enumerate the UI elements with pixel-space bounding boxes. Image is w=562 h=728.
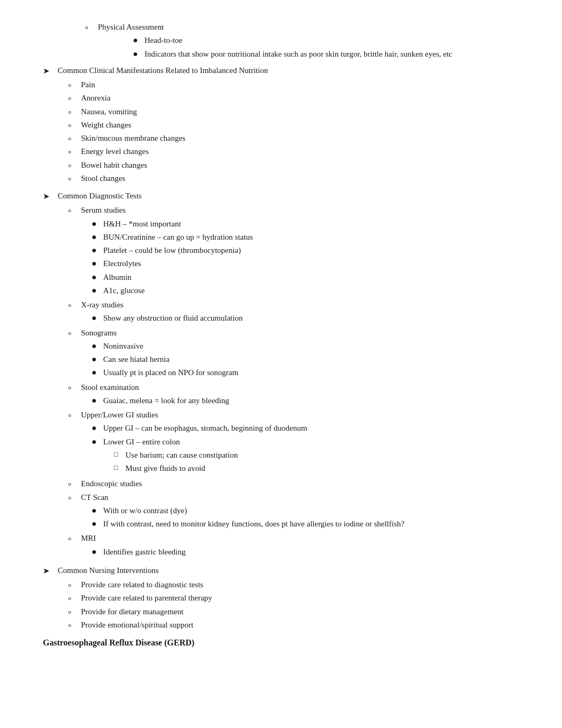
circle-marker: o <box>68 119 81 130</box>
bullet-item-headtotoe: ● Head-to-toe <box>122 34 530 47</box>
xray-content: X-ray studies ● Show any obstruction or … <box>81 299 530 326</box>
section2-content: Common Diagnostic Tests o Serum studies … <box>58 190 530 560</box>
bullet-item: ● Identifies gastric bleeding <box>81 546 530 558</box>
bullet-item-hiatal: ● Can see hiatal hernia <box>81 353 530 366</box>
circle-item-physical: o Physical Assessment <box>75 21 530 33</box>
bullet-marker: ● <box>92 231 103 243</box>
bullet-marker: ● <box>92 244 103 256</box>
physical-assessment-block: o Physical Assessment ● Head-to-toe ● In… <box>43 21 530 60</box>
bullet-text: Guaiac, melena = look for any bleeding <box>103 395 530 407</box>
item-text: Provide for dietary management <box>81 606 530 618</box>
circle-item-xray: o X-ray studies ● Show any obstruction o… <box>58 299 530 326</box>
section2-label: Common Diagnostic Tests <box>58 192 142 200</box>
bullet-text: Platelet – could be low (thrombocytopeni… <box>103 244 530 257</box>
circle-marker: o <box>68 579 81 589</box>
stool-content: Stool examination ● Guaiac, melena = loo… <box>81 381 530 408</box>
item-text: Provide care related to parenteral thera… <box>81 592 530 604</box>
sonograms-content: Sonograms ● Noninvasive ● Can see hiatal… <box>81 327 530 380</box>
circle-item: o Anorexia <box>58 92 530 104</box>
serum-bullets: ● H&H – *most important ● BUN/Creatinine… <box>81 218 530 297</box>
bullet-text: Electrolytes <box>103 258 530 270</box>
bullet-item: ● With or w/o contrast (dye) <box>81 505 530 517</box>
bullet-marker: ● <box>92 353 103 365</box>
circle-marker: o <box>68 159 81 170</box>
serum-content: Serum studies ● H&H – *most important ● … <box>81 204 530 298</box>
square-text: Must give fluids to avoid <box>125 462 530 475</box>
bullet-item-upper-gi: ● Upper GI – can be esophagus, stomach, … <box>81 422 530 434</box>
circle-item: o Stool changes <box>58 172 530 185</box>
bullet-marker: ● <box>92 218 103 230</box>
bullet-item: ● A1c, glucose <box>81 285 530 297</box>
circle-item: o Nausea, vomiting <box>58 106 530 118</box>
xray-label: X-ray studies <box>81 301 123 309</box>
circle-marker: o <box>68 592 81 603</box>
circle-item: o Provide emotional/spiritual support <box>58 619 530 631</box>
circle-item-serum: o Serum studies ● H&H – *most important … <box>58 204 530 298</box>
item-text: Anorexia <box>81 92 530 104</box>
gi-label: Upper/Lower GI studies <box>81 411 158 419</box>
square-item-fluids: □ Must give fluids to avoid <box>103 462 530 475</box>
bullet-marker: ● <box>133 48 144 60</box>
circle-item: o Weight changes <box>58 119 530 131</box>
bullet-item: ● Platelet – could be low (thrombocytope… <box>81 244 530 257</box>
bullet-text: Indicators that show poor nutritional in… <box>144 48 530 60</box>
bullet-text: Head-to-toe <box>144 34 530 47</box>
physical-assessment-bullets: ● Head-to-toe ● Indicators that show poo… <box>75 34 530 60</box>
bullet-marker: ● <box>92 271 103 283</box>
gi-content: Upper/Lower GI studies ● Upper GI – can … <box>81 409 530 477</box>
bullet-text: Albumin <box>103 271 530 284</box>
item-text: Energy level changes <box>81 145 530 158</box>
mri-bullets: ● Identifies gastric bleeding <box>81 546 530 558</box>
circle-marker: o <box>68 532 81 543</box>
item-text: Bowel habit changes <box>81 159 530 171</box>
circle-marker: o <box>68 106 81 116</box>
bullet-text: With or w/o contrast (dye) <box>103 505 530 517</box>
document-container: o Physical Assessment ● Head-to-toe ● In… <box>43 21 530 650</box>
circle-item-stool: o Stool examination ● Guaiac, melena = l… <box>58 381 530 408</box>
bullet-text: Usually pt is placed on NPO for sonogram <box>103 367 530 379</box>
bullet-text: Upper GI – can be esophagus, stomach, be… <box>103 422 530 434</box>
endoscopic-label: Endoscopic studies <box>81 479 142 488</box>
item-text: Nausea, vomiting <box>81 106 530 118</box>
circle-item: o Provide care related to parenteral the… <box>58 592 530 604</box>
item-text: Provide care related to diagnostic tests <box>81 579 530 591</box>
bullet-item: ● Noninvasive <box>81 340 530 352</box>
bullet-item: ● H&H – *most important <box>81 218 530 230</box>
circle-item-mri: o MRI ● Identifies gastric bleeding <box>58 532 530 559</box>
circle-marker: o <box>68 172 81 183</box>
bullet-marker: ● <box>92 505 103 516</box>
circle-item: o Provide care related to diagnostic tes… <box>58 579 530 591</box>
square-marker: □ <box>114 462 125 473</box>
bullet-text: Show any obstruction or fluid accumulati… <box>103 312 530 324</box>
circle-item-energy: o Energy level changes <box>58 145 530 158</box>
bullet-text: If with contrast, need to monitor kidney… <box>103 518 530 530</box>
circle-item: o Provide for dietary management <box>58 606 530 618</box>
arrow-marker: ➤ <box>43 565 58 577</box>
item-text: Pain <box>81 79 530 91</box>
square-item: □ Use barium; can cause constipation <box>103 449 530 461</box>
circle-item: o Pain <box>58 79 530 91</box>
circle-marker: o <box>85 21 98 32</box>
ctscan-bullets: ● With or w/o contrast (dye) ● If with c… <box>81 505 530 531</box>
circle-item-endoscopic: o Endoscopic studies <box>58 478 530 490</box>
circle-item-gi: o Upper/Lower GI studies ● Upper GI – ca… <box>58 409 530 477</box>
circle-item-ctscan: o CT Scan ● With or w/o contrast (dye) ●… <box>58 492 530 532</box>
bullet-text: Identifies gastric bleeding <box>103 546 530 558</box>
mri-label: MRI <box>81 534 96 542</box>
bullet-marker: ● <box>92 436 103 448</box>
circle-marker: o <box>68 145 81 156</box>
mri-content: MRI ● Identifies gastric bleeding <box>81 532 530 559</box>
circle-item: o Skin/mucous membrane changes <box>58 132 530 144</box>
bullet-text: BUN/Creatinine – can go up = hydration s… <box>103 231 530 243</box>
bullet-item: ● BUN/Creatinine – can go up = hydration… <box>81 231 530 243</box>
bullet-text: A1c, glucose <box>103 285 530 297</box>
section1-label: Common Clinical Manifestations Related t… <box>58 66 268 75</box>
section1-content: Common Clinical Manifestations Related t… <box>58 65 530 186</box>
stool-bullets: ● Guaiac, melena = look for any bleeding <box>81 395 530 407</box>
bullet-item-indicators: ● Indicators that show poor nutritional … <box>122 48 530 60</box>
item-text: Stool changes <box>81 172 530 185</box>
circle-item-sonograms: o Sonograms ● Noninvasive ● Can see hiat… <box>58 327 530 380</box>
section2-header: ➤ Common Diagnostic Tests o Serum studie… <box>43 190 530 560</box>
section1-header: ➤ Common Clinical Manifestations Related… <box>43 65 530 186</box>
gi-bullets: ● Upper GI – can be esophagus, stomach, … <box>81 422 530 476</box>
